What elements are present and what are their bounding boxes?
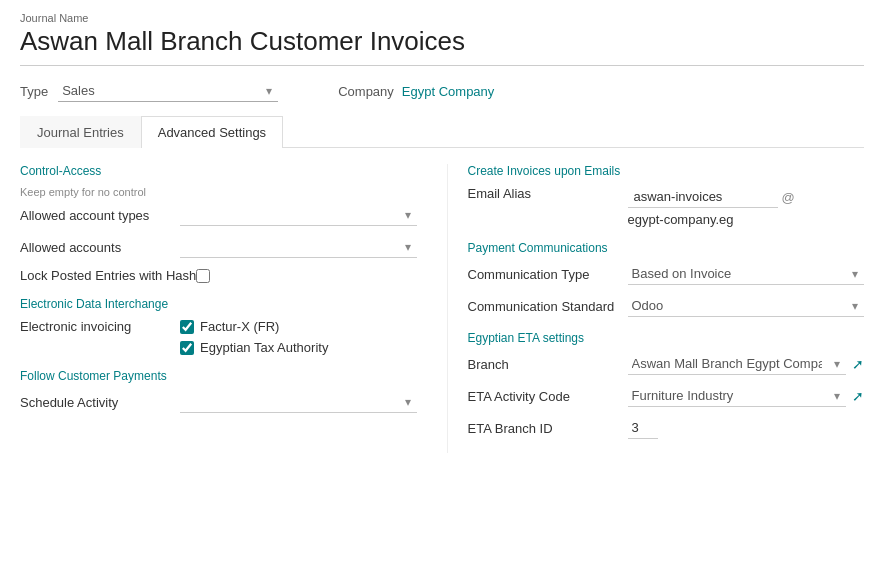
eta-activity-select-container: Furniture Industry	[628, 385, 847, 407]
top-row: Type Sales Purchase Cash Bank Miscellane…	[20, 80, 864, 102]
eta-branch-id-value: 3	[628, 417, 658, 439]
factur-x-label: Factur-X (FR)	[200, 319, 279, 334]
schedule-activity-row: Schedule Activity	[20, 391, 417, 413]
tab-journal-entries[interactable]: Journal Entries	[20, 116, 141, 148]
email-domain: egypt-company.eg	[628, 212, 799, 227]
eta-checkbox[interactable]	[180, 341, 194, 355]
branch-value-group: Aswan Mall Branch Egypt Company ➚	[628, 353, 865, 375]
follow-payments-title: Follow Customer Payments	[20, 369, 417, 383]
lock-posted-label: Lock Posted Entries with Hash	[20, 268, 196, 283]
allowed-account-types-label: Allowed account types	[20, 208, 180, 223]
journal-title: Aswan Mall Branch Customer Invoices	[20, 26, 864, 66]
comm-standard-row: Communication Standard Odoo Belgian Stru…	[468, 295, 865, 317]
branch-select-container: Aswan Mall Branch Egypt Company	[628, 353, 847, 375]
lock-posted-checkbox[interactable]	[196, 269, 210, 283]
page: Journal Name Aswan Mall Branch Customer …	[0, 0, 884, 582]
create-invoices-title: Create Invoices upon Emails	[468, 164, 865, 178]
email-alias-input-row: @	[628, 186, 799, 208]
comm-type-select-container: Based on Invoice Sequence Number	[628, 263, 865, 285]
type-field-group: Type Sales Purchase Cash Bank Miscellane…	[20, 80, 278, 102]
edi-section: Electronic Data Interchange Electronic i…	[20, 297, 417, 355]
schedule-activity-select-container	[180, 391, 417, 413]
journal-name-label: Journal Name	[20, 12, 864, 24]
allowed-account-types-row: Allowed account types	[20, 204, 417, 226]
electronic-invoicing-label: Electronic invoicing	[20, 319, 180, 334]
branch-external-link-icon[interactable]: ➚	[852, 356, 864, 372]
email-alias-label: Email Alias	[468, 186, 628, 201]
electronic-invoicing-row: Electronic invoicing Factur-X (FR) Egypt…	[20, 319, 417, 355]
eta-branch-id-label: ETA Branch ID	[468, 421, 628, 436]
allowed-accounts-select[interactable]	[180, 236, 417, 258]
eta-activity-select[interactable]: Furniture Industry	[628, 385, 847, 407]
email-alias-row: Email Alias @ egypt-company.eg	[468, 186, 865, 227]
comm-standard-select[interactable]: Odoo Belgian Structured Communication	[628, 295, 865, 317]
comm-type-label: Communication Type	[468, 267, 628, 282]
payment-comm-title: Payment Communications	[468, 241, 865, 255]
branch-row: Branch Aswan Mall Branch Egypt Company ➚	[468, 353, 865, 375]
keep-empty-note: Keep empty for no control	[20, 186, 417, 198]
allowed-account-types-select-container	[180, 204, 417, 226]
eta-activity-value-group: Furniture Industry ➚	[628, 385, 865, 407]
email-alias-input[interactable]	[628, 186, 778, 208]
allowed-accounts-select-container	[180, 236, 417, 258]
right-panel: Create Invoices upon Emails Email Alias …	[447, 164, 865, 453]
eta-branch-id-row: ETA Branch ID 3	[468, 417, 865, 439]
eta-activity-label: ETA Activity Code	[468, 389, 628, 404]
tab-content: Control-Access Keep empty for no control…	[20, 164, 864, 453]
payment-comm-section: Payment Communications Communication Typ…	[468, 241, 865, 317]
company-link[interactable]: Egypt Company	[402, 84, 495, 99]
allowed-accounts-label: Allowed accounts	[20, 240, 180, 255]
control-access-title: Control-Access	[20, 164, 417, 178]
company-label: Company	[338, 84, 394, 99]
comm-standard-label: Communication Standard	[468, 299, 628, 314]
schedule-activity-select[interactable]	[180, 391, 417, 413]
eta-item: Egyptian Tax Authority	[180, 340, 328, 355]
tabs: Journal Entries Advanced Settings	[20, 116, 864, 148]
branch-select[interactable]: Aswan Mall Branch Egypt Company	[628, 353, 847, 375]
eta-settings-section: Egyptian ETA settings Branch Aswan Mall …	[468, 331, 865, 439]
email-at-symbol: @	[782, 190, 795, 205]
tab-advanced-settings[interactable]: Advanced Settings	[141, 116, 283, 148]
eta-label: Egyptian Tax Authority	[200, 340, 328, 355]
factur-x-item: Factur-X (FR)	[180, 319, 328, 334]
factur-x-checkbox[interactable]	[180, 320, 194, 334]
left-panel: Control-Access Keep empty for no control…	[20, 164, 447, 453]
comm-type-row: Communication Type Based on Invoice Sequ…	[468, 263, 865, 285]
type-select-wrapper: Sales Purchase Cash Bank Miscellaneous	[58, 80, 278, 102]
company-field-group: Company Egypt Company	[338, 84, 494, 99]
eta-activity-external-link-icon[interactable]: ➚	[852, 388, 864, 404]
edi-title: Electronic Data Interchange	[20, 297, 417, 311]
lock-posted-row: Lock Posted Entries with Hash	[20, 268, 417, 283]
comm-standard-select-container: Odoo Belgian Structured Communication	[628, 295, 865, 317]
edi-checkboxes: Factur-X (FR) Egyptian Tax Authority	[180, 319, 328, 355]
branch-label: Branch	[468, 357, 628, 372]
control-access-section: Control-Access Keep empty for no control…	[20, 164, 417, 283]
schedule-activity-label: Schedule Activity	[20, 395, 180, 410]
follow-payments-section: Follow Customer Payments Schedule Activi…	[20, 369, 417, 413]
eta-activity-row: ETA Activity Code Furniture Industry ➚	[468, 385, 865, 407]
eta-settings-title: Egyptian ETA settings	[468, 331, 865, 345]
email-alias-value-group: @ egypt-company.eg	[628, 186, 799, 227]
type-select[interactable]: Sales Purchase Cash Bank Miscellaneous	[58, 80, 278, 102]
allowed-accounts-row: Allowed accounts	[20, 236, 417, 258]
create-invoices-section: Create Invoices upon Emails Email Alias …	[468, 164, 865, 227]
type-label: Type	[20, 84, 48, 99]
allowed-account-types-select[interactable]	[180, 204, 417, 226]
comm-type-select[interactable]: Based on Invoice Sequence Number	[628, 263, 865, 285]
